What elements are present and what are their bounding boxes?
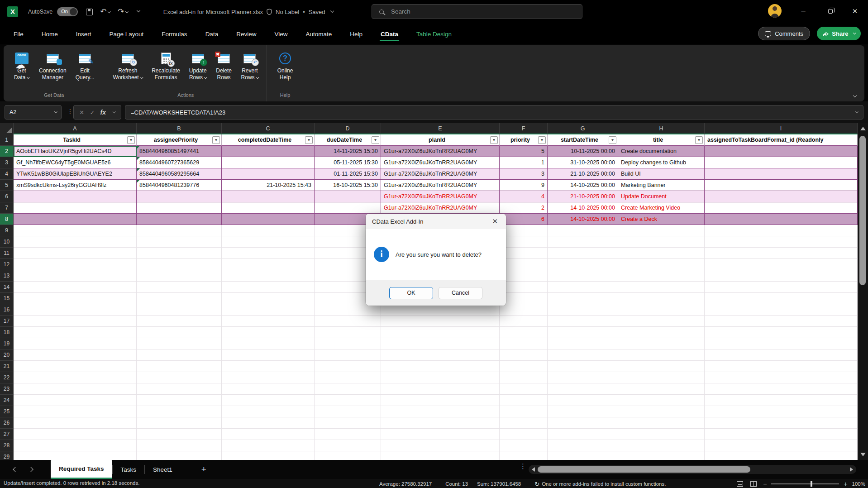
dialog-title-bar[interactable]: CData Excel Add-In ✕ xyxy=(366,214,506,229)
cell-A21[interactable] xyxy=(14,361,137,372)
cell-F14[interactable] xyxy=(500,282,548,293)
cell-H11[interactable] xyxy=(618,248,705,259)
cell-A4[interactable]: YTwK51wBB0GiUlapEBiUhGUAEYE2 xyxy=(14,168,137,180)
cell-C23[interactable] xyxy=(222,383,315,395)
cell-H28[interactable] xyxy=(618,440,705,451)
cell-D19[interactable] xyxy=(315,338,381,349)
filter-dropdown-icon[interactable]: ▾ xyxy=(695,136,703,144)
cell-G28[interactable] xyxy=(548,440,618,451)
row-header-28[interactable]: 28 xyxy=(0,440,14,451)
cell-H23[interactable] xyxy=(618,383,705,395)
cell-D23[interactable] xyxy=(315,383,381,395)
cell-C24[interactable] xyxy=(222,395,315,406)
cell-A12[interactable] xyxy=(14,259,137,270)
cell-A6[interactable] xyxy=(14,191,137,202)
column-header-D[interactable]: D xyxy=(315,123,381,134)
row-header-23[interactable]: 23 xyxy=(0,383,14,395)
cell-B15[interactable] xyxy=(137,293,222,304)
status-sum[interactable]: Sum: 137901.6458 xyxy=(477,481,521,487)
cell-I17[interactable] xyxy=(705,316,858,327)
page-layout-view-icon[interactable] xyxy=(737,481,743,487)
cell-B20[interactable] xyxy=(137,349,222,361)
cell-G9[interactable] xyxy=(548,225,618,236)
cell-C18[interactable] xyxy=(222,327,315,338)
cell-I2[interactable] xyxy=(705,146,858,157)
cell-I13[interactable] xyxy=(705,270,858,282)
cell-F18[interactable] xyxy=(500,327,548,338)
cell-E2[interactable]: G1ur-a72X0iZ6uJKoTnRR2UAG0MY xyxy=(381,146,500,157)
cell-F22[interactable] xyxy=(500,372,548,383)
cell-F3[interactable]: 1 xyxy=(500,157,548,168)
cell-B29[interactable] xyxy=(137,451,222,460)
horizontal-scrollbar[interactable] xyxy=(529,465,856,474)
get-data-button[interactable]: cdata☁↓GetData xyxy=(10,49,33,83)
status-count[interactable]: Count: 13 xyxy=(445,481,468,487)
cell-F21[interactable] xyxy=(500,361,548,372)
menu-tab-insert[interactable]: Insert xyxy=(75,28,92,40)
cell-I10[interactable] xyxy=(705,236,858,248)
previous-sheet-icon[interactable] xyxy=(13,467,18,472)
chevron-down-icon[interactable] xyxy=(113,110,115,113)
header-cell-E1[interactable]: planId▾ xyxy=(381,134,500,146)
cell-G29[interactable] xyxy=(548,451,618,460)
row-header-27[interactable]: 27 xyxy=(0,429,14,440)
cell-B6[interactable] xyxy=(137,191,222,202)
row-header-7[interactable]: 7 xyxy=(0,202,14,214)
cell-C11[interactable] xyxy=(222,248,315,259)
autosave-toggle[interactable]: On xyxy=(57,7,78,16)
cell-B2[interactable]: 8584404960851497441 xyxy=(137,146,222,157)
menu-tab-data[interactable]: Data xyxy=(205,28,219,40)
cell-G8[interactable]: 14-10-2025 00:00 xyxy=(548,214,618,225)
cell-C4[interactable] xyxy=(222,168,315,180)
cell-B16[interactable] xyxy=(137,304,222,316)
search-box[interactable] xyxy=(372,4,582,19)
row-header-18[interactable]: 18 xyxy=(0,327,14,338)
cell-G27[interactable] xyxy=(548,429,618,440)
row-header-6[interactable]: 6 xyxy=(0,191,14,202)
column-header-A[interactable]: A xyxy=(14,123,137,134)
vertical-scroll-thumb[interactable] xyxy=(859,136,866,285)
cell-G4[interactable]: 21-10-2025 00:00 xyxy=(548,168,618,180)
cell-I27[interactable] xyxy=(705,429,858,440)
cell-E28[interactable] xyxy=(381,440,500,451)
cell-F16[interactable] xyxy=(500,304,548,316)
cell-C21[interactable] xyxy=(222,361,315,372)
page-break-view-icon[interactable] xyxy=(750,481,757,487)
cell-F25[interactable] xyxy=(500,406,548,417)
cell-I16[interactable] xyxy=(705,304,858,316)
cell-I29[interactable] xyxy=(705,451,858,460)
column-header-C[interactable]: C xyxy=(222,123,315,134)
cell-G20[interactable] xyxy=(548,349,618,361)
cell-B26[interactable] xyxy=(137,417,222,429)
cell-G25[interactable] xyxy=(548,406,618,417)
update-rows-button[interactable]: ↑UpdateRows xyxy=(186,49,210,83)
cell-A16[interactable] xyxy=(14,304,137,316)
cell-F7[interactable]: 2 xyxy=(500,202,548,214)
column-header-E[interactable]: E xyxy=(381,123,500,134)
cell-H5[interactable]: Marketing Banner xyxy=(618,180,705,191)
cell-E29[interactable] xyxy=(381,451,500,460)
filter-dropdown-icon[interactable]: ▾ xyxy=(609,136,616,144)
cell-D22[interactable] xyxy=(315,372,381,383)
menu-tab-review[interactable]: Review xyxy=(235,28,257,40)
header-cell-C1[interactable]: completedDateTime▾ xyxy=(222,134,315,146)
cell-A7[interactable] xyxy=(14,202,137,214)
cell-G18[interactable] xyxy=(548,327,618,338)
cell-I22[interactable] xyxy=(705,372,858,383)
scroll-down-icon[interactable] xyxy=(860,453,866,456)
cell-E19[interactable] xyxy=(381,338,500,349)
cell-C15[interactable] xyxy=(222,293,315,304)
cell-C26[interactable] xyxy=(222,417,315,429)
cell-B4[interactable]: 8584404960589295664 xyxy=(137,168,222,180)
cell-D25[interactable] xyxy=(315,406,381,417)
filter-dropdown-icon[interactable]: ▾ xyxy=(372,136,379,144)
formula-bar-handle[interactable]: ⋮ xyxy=(67,108,73,115)
cell-A28[interactable] xyxy=(14,440,137,451)
cell-I11[interactable] xyxy=(705,248,858,259)
cell-H24[interactable] xyxy=(618,395,705,406)
row-header-5[interactable]: 5 xyxy=(0,180,14,191)
cell-A3[interactable]: Gf_Nh7lfbEWC64yT5gE0MGUAE5z6 xyxy=(14,157,137,168)
filter-dropdown-icon[interactable]: ▾ xyxy=(538,136,546,144)
cell-H17[interactable] xyxy=(618,316,705,327)
cell-I20[interactable] xyxy=(705,349,858,361)
